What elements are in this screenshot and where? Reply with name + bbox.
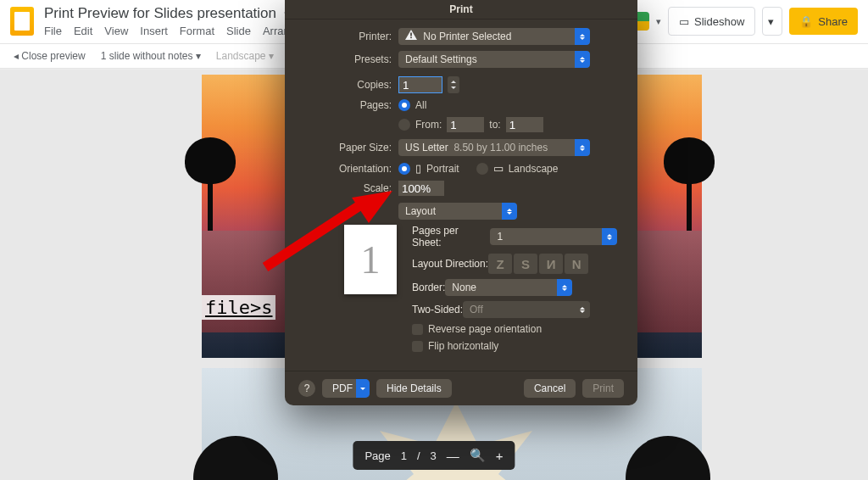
dialog-title: Print <box>285 0 637 20</box>
pages-to-input[interactable] <box>506 117 543 132</box>
svg-rect-3 <box>410 37 412 39</box>
tree-left-icon <box>181 137 240 239</box>
pages-to-label: to: <box>489 119 500 131</box>
presets-select[interactable]: Default Settings <box>398 51 590 68</box>
printer-select[interactable]: No Printer Selected <box>398 28 590 45</box>
landscape-icon: ▭ <box>493 162 504 175</box>
orientation-landscape-label: Landscape <box>509 163 559 175</box>
layout-direction-group: Z S И N <box>488 254 588 274</box>
zoom-reset-button[interactable]: 🔍 <box>470 448 486 463</box>
pages-from-label: From: <box>415 119 442 131</box>
preview-orientation-select[interactable]: Landscape ▾ <box>216 50 274 62</box>
pages-all-label: All <box>415 99 426 111</box>
menu-file[interactable]: File <box>44 25 62 37</box>
meet-caret-icon[interactable]: ▾ <box>656 16 661 27</box>
paper-size-name: US Letter <box>405 142 448 153</box>
orientation-portrait-radio[interactable] <box>398 163 410 175</box>
border-value: None <box>452 282 476 293</box>
portrait-icon: ▯ <box>415 162 421 175</box>
layout-preview: 1 <box>344 225 397 294</box>
menu-edit[interactable]: Edit <box>74 25 92 37</box>
slideshow-label: Slideshow <box>694 15 744 28</box>
section-select[interactable]: Layout <box>398 203 517 220</box>
flip-horizontal-checkbox[interactable] <box>412 341 423 352</box>
paper-size-select[interactable]: US Letter 8.50 by 11.00 inches <box>398 139 590 156</box>
slide-text: file>s <box>202 295 275 320</box>
pages-per-sheet-label: Pages per Sheet: <box>412 225 490 248</box>
pages-per-sheet-select[interactable]: 1 <box>490 228 617 245</box>
pages-range-radio[interactable] <box>398 119 410 131</box>
menu-format[interactable]: Format <box>180 25 214 37</box>
page-sep: / <box>417 449 420 462</box>
cancel-button[interactable]: Cancel <box>524 379 576 398</box>
pdf-label: PDF <box>332 382 353 394</box>
copies-stepper[interactable] <box>448 76 459 93</box>
present-icon: ▭ <box>679 15 689 28</box>
share-label: Share <box>818 15 848 28</box>
menu-view[interactable]: View <box>104 25 128 37</box>
help-button[interactable]: ? <box>298 380 315 397</box>
copies-input[interactable] <box>398 76 442 93</box>
printer-label: Printer: <box>305 31 398 42</box>
menu-bar: File Edit View Insert Format Slide Arran… <box>44 25 326 37</box>
print-button[interactable]: Print <box>582 379 624 398</box>
paper-size-label: Paper Size: <box>305 142 398 153</box>
layout-direction-label: Layout Direction: <box>412 258 488 270</box>
printer-value: No Printer Selected <box>423 31 511 42</box>
page-total: 3 <box>431 449 437 462</box>
copies-label: Copies: <box>305 79 398 91</box>
slideshow-button[interactable]: ▭ Slideshow <box>668 7 755 36</box>
layout-direction-4[interactable]: N <box>565 254 588 274</box>
two-sided-value: Off <box>470 304 483 315</box>
warning-icon <box>405 30 417 40</box>
two-sided-label: Two-Sided: <box>412 304 463 315</box>
document-title[interactable]: Print Preview for Slides presentation <box>44 5 276 22</box>
border-label: Border: <box>412 282 445 293</box>
slideshow-caret[interactable]: ▾ <box>762 7 782 36</box>
print-dialog: Print Printer: No Printer Selected Prese… <box>285 0 637 405</box>
preview-mode-select[interactable]: 1 slide without notes ▾ <box>101 50 201 62</box>
pages-all-radio[interactable] <box>398 99 410 111</box>
scale-input[interactable] <box>398 181 444 196</box>
pages-from-input[interactable] <box>447 117 484 132</box>
flip-horizontal-label: Flip horizontally <box>428 340 498 352</box>
reverse-orientation-checkbox[interactable] <box>412 324 423 335</box>
orientation-portrait-label: Portrait <box>426 163 459 175</box>
tree-right-icon <box>659 137 719 239</box>
share-button[interactable]: 🔒 Share <box>789 8 858 35</box>
chevron-down-icon <box>356 379 370 398</box>
scale-label: Scale: <box>305 182 398 194</box>
layout-direction-3[interactable]: И <box>539 254 563 274</box>
close-preview-button[interactable]: ◂ Close preview <box>14 50 86 62</box>
dialog-footer: ? PDF Hide Details Cancel Print <box>285 371 637 405</box>
pages-per-sheet-value: 1 <box>497 231 503 243</box>
orientation-label: Orientation: <box>305 163 398 175</box>
presets-value: Default Settings <box>405 53 477 65</box>
reverse-orientation-label: Reverse page orientation <box>428 323 542 335</box>
page-current[interactable]: 1 <box>401 449 407 462</box>
svg-rect-2 <box>410 33 412 36</box>
border-select[interactable]: None <box>445 279 572 296</box>
pages-label: Pages: <box>305 99 398 111</box>
page-label: Page <box>364 449 390 462</box>
lock-icon: 🔒 <box>799 15 813 28</box>
layout-direction-1[interactable]: Z <box>488 254 512 274</box>
section-value: Layout <box>405 205 436 217</box>
page-navigator: Page 1 / 3 — 🔍 + <box>353 441 515 470</box>
hide-details-button[interactable]: Hide Details <box>376 379 452 398</box>
menu-slide[interactable]: Slide <box>226 25 251 37</box>
menu-insert[interactable]: Insert <box>140 25 168 37</box>
presets-label: Presets: <box>305 53 398 65</box>
orientation-landscape-radio[interactable] <box>476 163 488 175</box>
zoom-out-button[interactable]: — <box>447 449 459 463</box>
zoom-in-button[interactable]: + <box>496 449 504 463</box>
two-sided-select: Off <box>463 301 590 318</box>
slides-logo <box>10 7 34 36</box>
layout-direction-2[interactable]: S <box>514 254 537 274</box>
pdf-button[interactable]: PDF <box>322 379 370 398</box>
